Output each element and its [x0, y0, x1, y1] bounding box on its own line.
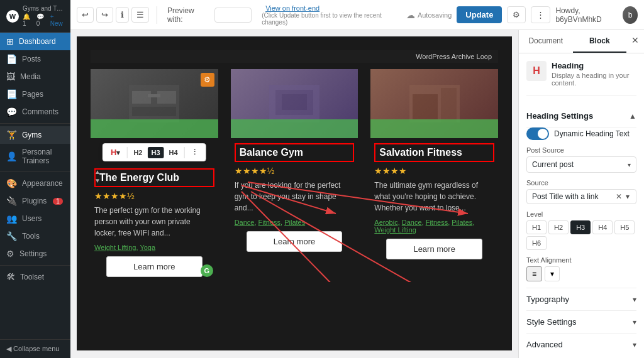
typography-header[interactable]: Typography ▾ — [526, 288, 636, 310]
card-2-tags: Dance, Fitness, Pilates — [235, 219, 355, 226]
sidebar-item-comments[interactable]: 💬 Comments — [0, 103, 70, 121]
card-1-image — [91, 69, 218, 138]
source-expand-button[interactable]: ▾ — [625, 192, 631, 201]
sidebar-item-dashboard[interactable]: ⊞ Dashboard — [0, 33, 70, 50]
sidebar-item-media[interactable]: 🖼 Media — [0, 68, 70, 85]
sidebar-label-trainers: Personal Trainers — [22, 148, 64, 165]
view-on-frontend-link[interactable]: View on front-end — [265, 4, 401, 12]
card-3-green-overlay — [370, 119, 498, 138]
card-1-learn-more-button[interactable]: Learn more — [106, 256, 203, 277]
sidebar-logo[interactable]: W Gyms and Trainers 🔔 1 💬 0 + New — [0, 0, 70, 33]
sidebar-item-gyms[interactable]: 🏋 Gyms — [0, 126, 70, 144]
redo-button[interactable]: ↪ — [96, 7, 113, 23]
card-1-gear-button[interactable]: ⚙ — [201, 73, 214, 87]
heading-h4-button[interactable]: H4 — [165, 147, 182, 158]
heading-h-button[interactable]: H▾ — [107, 146, 124, 159]
block-settings-icon-button[interactable]: ⚙ — [507, 6, 526, 23]
card-3-tag-1[interactable]: Aerobic — [374, 219, 397, 226]
scroll-up-icon[interactable]: ▲ — [94, 168, 101, 175]
info-button[interactable]: ℹ — [116, 7, 129, 23]
card-3-tag-4[interactable]: Pilates — [452, 219, 472, 226]
sidebar-item-appearance[interactable]: 🎨 Appearance — [0, 175, 70, 192]
sidebar-label-plugins: Plugins — [22, 197, 47, 205]
card-3-description: The ultimate gym regardless of what you'… — [374, 180, 494, 214]
heading-tb-sep-1 — [126, 147, 127, 158]
close-panel-button[interactable]: ✕ — [626, 30, 644, 53]
card-2-learn-more-button[interactable]: Learn more — [247, 231, 343, 252]
card-3-tags: Aerobic, Dance, Fitness, Pilates, Weight… — [374, 219, 494, 234]
typography-arrow-icon: ▾ — [633, 295, 636, 304]
sidebar-label-gyms: Gyms — [22, 131, 42, 139]
card-3-tag-3[interactable]: Fitness — [426, 219, 448, 226]
sidebar-item-personal-trainers[interactable]: 👤 Personal Trainers — [0, 144, 70, 169]
align-dropdown-button[interactable]: ▾ — [545, 266, 560, 281]
svg-rect-4 — [132, 107, 176, 116]
autosave-indicator: ☁ Autosaving — [406, 10, 452, 20]
list-view-button[interactable]: ☰ — [131, 7, 149, 23]
sidebar-item-posts[interactable]: 📄 Posts — [0, 50, 70, 68]
sidebar-item-plugins[interactable]: 🔌 Plugins 1 — [0, 192, 70, 210]
heading-more-button[interactable]: ⋮ — [187, 146, 202, 158]
card-1-tag-1[interactable]: Weight Lifting — [94, 244, 136, 251]
style-settings-section: Style Settings ▾ — [526, 310, 636, 333]
dynamic-heading-toggle[interactable] — [526, 127, 549, 140]
tab-document[interactable]: Document — [519, 30, 573, 53]
users-icon: 👥 — [6, 214, 17, 224]
heading-h3-button[interactable]: H3 — [147, 147, 164, 158]
source-select[interactable]: Post Title with a link ✕ ▾ — [526, 189, 636, 204]
scroll-down-icon[interactable]: ▼ — [94, 176, 101, 183]
sidebar-item-pages[interactable]: 📃 Pages — [0, 85, 70, 103]
level-h4-button[interactable]: H4 — [592, 220, 613, 234]
card-2-title: Balance Gym — [235, 143, 355, 162]
post-source-select[interactable]: Current post ▾ — [526, 156, 636, 173]
level-h6-button[interactable]: H6 — [526, 236, 547, 250]
advanced-header[interactable]: Advanced ▾ — [526, 334, 636, 355]
card-1-stars: ★★★★½ — [94, 191, 214, 201]
block-info: H Heading Display a heading in your cont… — [526, 61, 636, 96]
collapse-icon: ◀ — [6, 345, 13, 352]
card-2-tag-1[interactable]: Dance — [235, 219, 255, 226]
post-source-label: Post Source — [526, 146, 636, 154]
update-button[interactable]: Update — [457, 6, 502, 23]
align-left-button[interactable]: ≡ — [526, 266, 542, 281]
svg-rect-10 — [413, 94, 438, 119]
more-options-button[interactable]: ⋮ — [531, 6, 550, 23]
level-buttons: H1 H2 H3 H4 H5 H6 — [526, 220, 636, 250]
source-clear-button[interactable]: ✕ — [614, 192, 623, 201]
style-settings-header[interactable]: Style Settings ▾ — [526, 311, 636, 333]
card-1-tag-2[interactable]: Yoga — [140, 244, 155, 251]
card-2-tag-2[interactable]: Fitness — [258, 219, 280, 226]
level-h5-button[interactable]: H5 — [614, 220, 635, 234]
right-panel-content: H Heading Display a heading in your cont… — [519, 53, 644, 358]
tab-block[interactable]: Block — [573, 30, 627, 53]
preview-select[interactable]: Gyms ▾ — [214, 8, 252, 23]
heading-h2-button[interactable]: H2 — [130, 147, 146, 158]
card-3-tag-2[interactable]: Dance — [402, 219, 422, 226]
sidebar-item-toolset[interactable]: 🛠 Toolset — [0, 268, 70, 286]
howdy-label: Howdy, b6yBVnMhkD — [555, 6, 618, 24]
sidebar-item-tools[interactable]: 🔧 Tools — [0, 227, 70, 245]
undo-button[interactable]: ↩ — [77, 7, 94, 23]
card-3-stars: ★★★★ — [374, 166, 494, 176]
card-3-tag-5[interactable]: Weight Lifting — [374, 226, 416, 234]
toggle-knob — [538, 129, 548, 139]
canvas[interactable]: WordPress Archive Loop ▲ ▼ — [70, 30, 518, 358]
level-h1-button[interactable]: H1 — [526, 220, 547, 234]
collapse-menu[interactable]: ◀ Collapse menu — [0, 339, 70, 358]
typography-section: Typography ▾ — [526, 288, 636, 310]
sidebar-item-users[interactable]: 👥 Users — [0, 210, 70, 227]
text-alignment-row: Text Alignment ≡ ▾ — [526, 256, 636, 281]
alignment-row: ≡ ▾ — [526, 266, 636, 281]
g-icon: G — [201, 264, 213, 277]
sidebar-item-settings[interactable]: ⚙ Settings — [0, 245, 70, 263]
level-h2-button[interactable]: H2 — [548, 220, 569, 234]
card-3-learn-more-button[interactable]: Learn more — [386, 239, 482, 259]
level-h3-button[interactable]: H3 — [570, 220, 591, 234]
heading-settings-header[interactable]: Heading Settings ▲ — [526, 105, 636, 127]
scroll-handle[interactable]: ▲ ▼ — [94, 168, 101, 183]
typography-title: Typography — [526, 295, 569, 304]
advanced-section: Advanced ▾ — [526, 333, 636, 355]
sidebar-divider-1 — [0, 123, 70, 124]
new-label[interactable]: + New — [50, 13, 64, 27]
card-2-tag-3[interactable]: Pilates — [284, 219, 305, 226]
